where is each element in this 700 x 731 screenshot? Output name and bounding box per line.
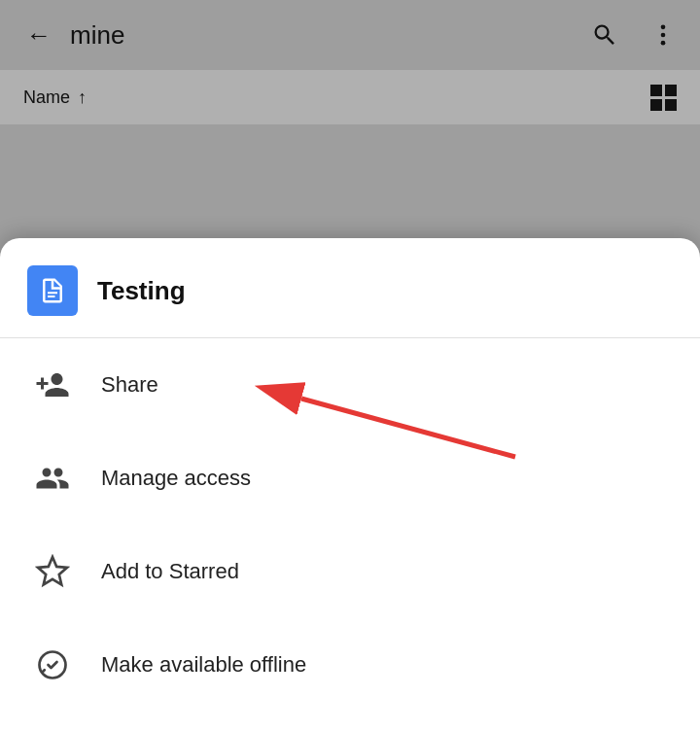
svg-point-0 bbox=[661, 25, 666, 30]
search-button[interactable] bbox=[583, 14, 626, 56]
star-icon bbox=[27, 546, 78, 597]
more-options-icon bbox=[649, 21, 677, 49]
document-icon bbox=[38, 276, 67, 305]
grid-cell-2 bbox=[665, 85, 677, 96]
page-title: mine bbox=[70, 20, 583, 51]
back-button[interactable]: ← bbox=[16, 12, 62, 58]
svg-point-1 bbox=[661, 33, 666, 38]
manage-access-icon bbox=[27, 453, 78, 504]
sort-bar: Name ↑ bbox=[0, 70, 700, 124]
file-header: Testing bbox=[0, 238, 700, 338]
top-bar: ← mine bbox=[0, 0, 700, 70]
grid-view-button[interactable] bbox=[650, 85, 677, 111]
grid-cell-1 bbox=[650, 85, 662, 96]
search-icon bbox=[591, 21, 618, 49]
add-to-starred-label: Add to Starred bbox=[101, 559, 239, 584]
make-available-offline-label: Make available offline bbox=[101, 652, 306, 678]
offline-icon bbox=[27, 640, 78, 690]
make-available-offline-menu-item[interactable]: Make available offline bbox=[0, 618, 700, 712]
share-label: Share bbox=[101, 372, 158, 398]
file-icon-container bbox=[27, 265, 78, 316]
add-to-starred-menu-item[interactable]: Add to Starred bbox=[0, 525, 700, 618]
sort-label[interactable]: Name ↑ bbox=[23, 87, 87, 108]
grid-cell-4 bbox=[665, 99, 677, 111]
grid-cell-3 bbox=[650, 99, 662, 111]
sort-direction-icon: ↑ bbox=[78, 87, 87, 108]
bottom-sheet: Testing Share Manage access Add to Starr… bbox=[0, 238, 700, 731]
svg-point-2 bbox=[661, 41, 666, 46]
share-icon bbox=[27, 360, 78, 410]
sort-name-label: Name bbox=[23, 87, 70, 108]
top-icons bbox=[583, 14, 684, 56]
more-options-button[interactable] bbox=[642, 14, 684, 56]
manage-access-menu-item[interactable]: Manage access bbox=[0, 432, 700, 525]
share-menu-item[interactable]: Share bbox=[0, 338, 700, 432]
manage-access-label: Manage access bbox=[101, 466, 251, 491]
file-name: Testing bbox=[97, 276, 186, 306]
back-arrow-icon: ← bbox=[26, 20, 52, 51]
